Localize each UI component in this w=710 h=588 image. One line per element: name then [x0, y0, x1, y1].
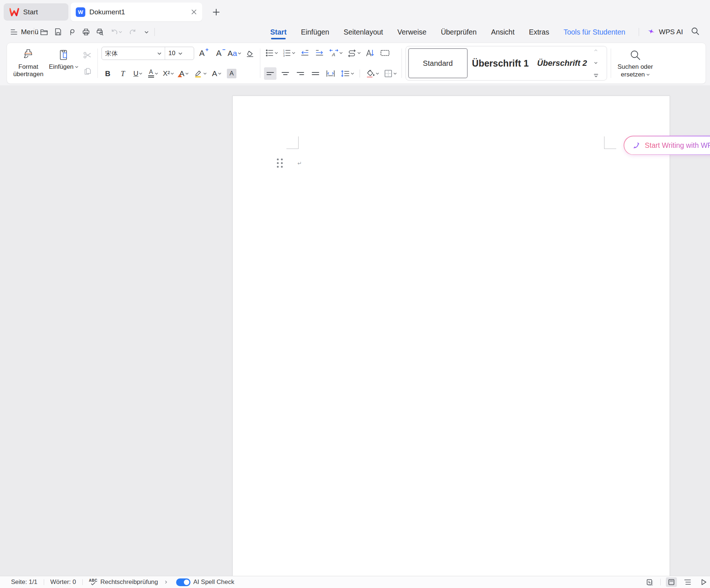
style-ueberschrift-2[interactable]: Überschrift 2 [533, 48, 591, 78]
print-preview-button[interactable] [94, 26, 106, 38]
italic-button[interactable]: T [117, 67, 129, 80]
character-scaling-button[interactable]: A [328, 47, 344, 59]
decrease-indent-button[interactable] [299, 47, 311, 59]
document-page[interactable]: ↵ Start Writing with WPS AI [232, 96, 670, 588]
tab-tools-fuer-studenten[interactable]: Tools für Studenten [563, 25, 626, 39]
style-standard[interactable]: Standard [408, 48, 468, 78]
tab-ueberpruefen[interactable]: Überprüfen [440, 25, 478, 39]
spellcheck-button[interactable]: ABC Rechtschreibprüfung [89, 578, 158, 586]
tab-start[interactable]: Start [270, 25, 287, 39]
chevron-down-icon [145, 31, 149, 33]
font-size-combobox[interactable]: 10 [165, 47, 194, 60]
read-mode-button[interactable] [698, 577, 709, 587]
cut-button[interactable] [81, 49, 94, 61]
change-case-button[interactable]: Aa [226, 47, 242, 60]
paragraph-drag-handle[interactable] [277, 158, 283, 168]
page-indicator[interactable]: Seite: 1/1 [11, 578, 38, 586]
divider [34, 28, 34, 36]
shading-button[interactable] [364, 67, 380, 80]
page-view-icon [668, 578, 675, 586]
font-name-combobox[interactable]: 宋体 [102, 47, 165, 60]
numbered-list-button[interactable]: 1 2 3 [281, 47, 296, 59]
character-scaling-icon: A [329, 49, 339, 57]
align-right-button[interactable] [294, 67, 307, 80]
paste-button[interactable]: Einfügen [46, 46, 81, 81]
bold-button[interactable]: B [101, 67, 114, 80]
increase-indent-button[interactable] [313, 47, 326, 59]
svg-text:3: 3 [283, 54, 285, 57]
word-count[interactable]: Wörter: 0 [50, 578, 76, 586]
new-tab-button[interactable] [211, 7, 221, 17]
close-tab-icon[interactable] [191, 9, 197, 15]
text-effects-chevron-icon [185, 72, 189, 75]
more-commands-button[interactable] [140, 26, 152, 38]
clear-formatting-button[interactable] [244, 47, 256, 60]
gallery-more-icon[interactable] [594, 74, 598, 77]
underline-button[interactable]: U [132, 67, 144, 80]
shrink-font-button[interactable]: A − [213, 47, 225, 60]
line-spacing-icon [340, 70, 350, 78]
task-window-button[interactable] [644, 577, 655, 587]
superscript-button[interactable]: X² [162, 67, 175, 80]
gallery-scroll-up-icon[interactable] [594, 49, 597, 51]
gallery-scroll-down-icon[interactable] [594, 62, 597, 64]
home-tab[interactable]: Start [4, 3, 68, 21]
bullet-list-button[interactable] [264, 47, 279, 59]
justify-button[interactable] [309, 67, 322, 80]
tab-einfuegen[interactable]: Einfügen [300, 25, 330, 39]
save-button[interactable] [52, 26, 64, 38]
format-painter-button[interactable]: Format übertragen [11, 46, 46, 81]
distribute-icon [326, 70, 335, 78]
styles-gallery-scroll [591, 48, 601, 79]
find-replace-button[interactable]: Suchen oder ersetzen [615, 46, 656, 81]
distribute-button[interactable] [324, 67, 337, 80]
undo-button[interactable] [108, 26, 124, 38]
highlight-color-button[interactable] [193, 67, 208, 80]
line-spacing-button[interactable] [339, 67, 355, 80]
tab-seitenlayout[interactable]: Seitenlayout [343, 25, 383, 39]
spellcheck-label: Rechtschreibprüfung [100, 578, 158, 586]
document-tab[interactable]: W Dokument1 [71, 3, 202, 21]
sort-button[interactable] [364, 47, 377, 59]
play-icon [700, 578, 707, 586]
paragraph-section: 1 2 3 A [264, 46, 398, 81]
change-case-icon: Aa [228, 49, 237, 58]
copy-button[interactable] [81, 65, 94, 78]
ai-spellcheck-toggle-group: AI Spell Check [176, 578, 235, 586]
export-pdf-button[interactable] [66, 26, 78, 38]
open-file-button[interactable] [38, 26, 50, 38]
align-center-button[interactable] [279, 67, 292, 80]
grow-font-button[interactable]: A + [196, 47, 208, 60]
document-tab-title: Dokument1 [89, 8, 187, 16]
text-effects-button[interactable]: A [178, 67, 190, 80]
divider [639, 28, 639, 36]
align-left-button[interactable] [264, 67, 276, 80]
search-button[interactable] [691, 26, 700, 38]
borders-button[interactable] [383, 67, 398, 80]
ai-spellcheck-toggle[interactable] [176, 578, 190, 586]
show-formatting-marks-button[interactable] [379, 47, 391, 59]
strikethrough-button[interactable]: A [147, 67, 159, 80]
font-color-button[interactable]: A [210, 67, 223, 80]
spellcheck-expand-icon[interactable] [165, 581, 167, 584]
character-shading-button[interactable]: A [225, 67, 238, 80]
wps-ai-writing-pill[interactable]: Start Writing with WPS AI [624, 136, 710, 155]
increase-indent-icon [315, 49, 324, 57]
print-button[interactable] [80, 26, 92, 38]
menu-bar: Menü [0, 24, 710, 40]
divider [260, 49, 260, 78]
shrink-font-icon: A [216, 49, 222, 58]
tab-ansicht[interactable]: Ansicht [490, 25, 515, 39]
styles-gallery: Standard Überschrift 1 Überschrift 2 [406, 46, 607, 81]
main-menu-button[interactable]: Menü [10, 28, 39, 36]
redo-button[interactable] [126, 26, 138, 38]
page-view-button[interactable] [666, 577, 677, 587]
save-icon [54, 28, 63, 36]
tab-verweise[interactable]: Verweise [397, 25, 427, 39]
outline-view-button[interactable] [682, 577, 693, 587]
divider [660, 579, 661, 585]
wps-ai-button[interactable]: WPS AI [646, 28, 683, 37]
text-direction-button[interactable] [346, 47, 362, 59]
tab-extras[interactable]: Extras [528, 25, 550, 39]
style-ueberschrift-1[interactable]: Überschrift 1 [468, 48, 533, 78]
